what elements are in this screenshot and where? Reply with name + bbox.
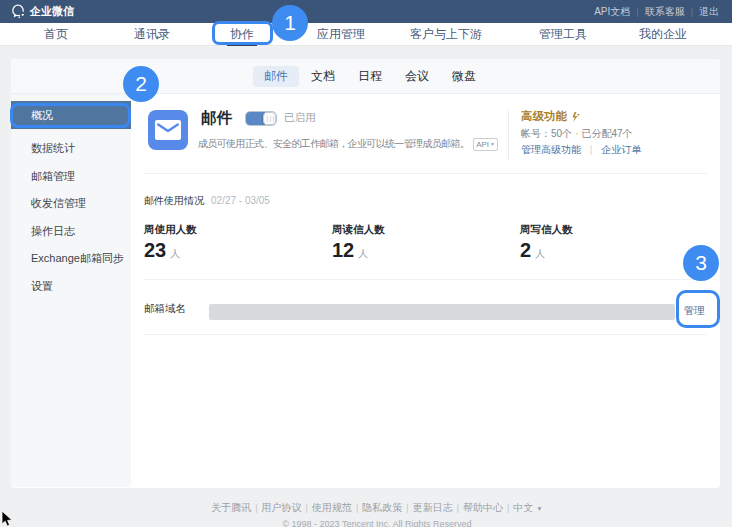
topbar: 企业微信 API文档 | 联系客服 | 退出 [0, 0, 732, 23]
link-separator: | [590, 144, 593, 155]
premium-stats: 帐号：50个·已分配47个 [521, 127, 708, 140]
tab-docs[interactable]: 文档 [300, 66, 346, 87]
tab-drive[interactable]: 微盘 [441, 66, 487, 87]
topbar-link-contact-support[interactable]: 联系客服 [645, 5, 685, 19]
page-footer: 关于腾讯|用户协议|使用规范|隐私政策|更新日志|帮助中心|中文▼ © 1998… [0, 501, 732, 527]
premium-links: 管理高级功能 | 企业订单 [521, 143, 708, 156]
divider [144, 334, 707, 335]
nav-item-admin-tools[interactable]: 管理工具 [539, 23, 587, 45]
nav-item-collaboration[interactable]: 协作 [230, 23, 254, 45]
stat-weekly-readers: 周读信人数 12人 [332, 223, 520, 262]
app-description-row: 成员可使用正式、安全的工作邮箱，企业可以统一管理成员邮箱。 API▼ [198, 137, 497, 151]
sidebar-item-statistics[interactable]: 数据统计 [11, 135, 131, 163]
stat-label: 周写信人数 [520, 223, 708, 237]
sidebar-item-mailbox-management[interactable]: 邮箱管理 [11, 163, 131, 191]
domain-label: 邮箱域名 [144, 303, 186, 313]
app-header: 邮件 已启用 成员可使用正式、安全的工作邮箱，企业可以统一管理成员邮箱。 API… [144, 110, 707, 166]
footer-copyright: © 1998 - 2023 Tencent Inc. All Rights Re… [22, 520, 732, 527]
premium-accounts: 帐号：50个 [521, 128, 572, 139]
sidebar-item-overview[interactable]: 概况 [11, 101, 131, 129]
footer-link-changelog[interactable]: 更新日志 [413, 502, 453, 513]
main-navbar: 首页 通讯录 协作 应用管理 客户与上下游 管理工具 我的企业 [0, 23, 732, 46]
footer-separator: | [507, 503, 509, 513]
app-title: 邮件 [201, 108, 232, 129]
stat-value: 2 [520, 239, 531, 262]
divider [144, 173, 707, 174]
company-orders-link[interactable]: 企业订单 [601, 144, 641, 155]
sparkle-icon [570, 111, 581, 123]
mail-app-icon [148, 110, 188, 150]
stat-value-row: 12人 [332, 239, 520, 262]
stat-unit: 人 [535, 247, 545, 261]
chevron-down-icon: ▼ [490, 138, 495, 151]
stat-label: 周读信人数 [332, 223, 520, 237]
panel-body: 概况 数据统计 邮箱管理 收发信管理 操作日志 Exchange邮箱同步 设置 … [11, 94, 720, 487]
sidebar-item-send-receive[interactable]: 收发信管理 [11, 190, 131, 218]
app-title-row: 邮件 已启用 [198, 110, 497, 126]
tab-meeting[interactable]: 会议 [394, 66, 440, 87]
main-panel: 邮件 文档 日程 会议 微盘 概况 数据统计 邮箱管理 收发信管理 操作日志 E… [11, 59, 720, 488]
stat-value: 12 [332, 239, 354, 262]
topbar-link-logout[interactable]: 退出 [699, 5, 719, 19]
footer-link-help[interactable]: 帮助中心 [463, 502, 503, 513]
app-info: 邮件 已启用 成员可使用正式、安全的工作邮箱，企业可以统一管理成员邮箱。 API… [198, 110, 497, 151]
status-label: 已启用 [284, 111, 316, 125]
toggle-knob [263, 112, 276, 125]
footer-link-privacy[interactable]: 隐私政策 [362, 502, 402, 513]
topbar-link-api-docs[interactable]: API文档 [594, 5, 630, 19]
nav-item-contacts[interactable]: 通讯录 [134, 23, 170, 45]
app-description: 成员可使用正式、安全的工作邮箱，企业可以统一管理成员邮箱。 [198, 137, 469, 151]
footer-link-rules[interactable]: 使用规范 [312, 502, 352, 513]
topbar-separator: | [636, 7, 638, 17]
sidebar-item-operation-log[interactable]: 操作日志 [11, 218, 131, 246]
usage-title: 邮件使用情况 [144, 194, 204, 208]
nav-item-my-company[interactable]: 我的企业 [639, 23, 687, 45]
footer-links: 关于腾讯|用户协议|使用规范|隐私政策|更新日志|帮助中心|中文▼ [22, 501, 732, 515]
sidebar-item-exchange-sync[interactable]: Exchange邮箱同步 [11, 245, 131, 273]
mouse-cursor [1, 511, 15, 527]
premium-assigned: 已分配47个 [581, 128, 632, 139]
premium-title-row: 高级功能 [521, 110, 708, 123]
envelope-icon [155, 120, 181, 140]
stat-unit: 人 [358, 247, 368, 261]
footer-link-terms[interactable]: 用户协议 [262, 502, 302, 513]
api-badge[interactable]: API▼ [473, 138, 498, 151]
stat-weekly-writers: 周写信人数 2人 [520, 223, 708, 262]
stat-value-row: 2人 [520, 239, 708, 262]
divider [144, 279, 707, 280]
nav-item-app-management[interactable]: 应用管理 [317, 23, 365, 45]
logo-text: 企业微信 [30, 4, 74, 19]
footer-language-selector[interactable]: 中文 [513, 502, 533, 513]
nav-item-home[interactable]: 首页 [44, 23, 68, 45]
usage-title-row: 邮件使用情况 02/27 - 03/05 [144, 194, 270, 208]
tab-mail[interactable]: 邮件 [253, 66, 299, 87]
footer-link-about[interactable]: 关于腾讯 [211, 502, 251, 513]
overview-content: 邮件 已启用 成员可使用正式、安全的工作邮箱，企业可以统一管理成员邮箱。 API… [131, 94, 720, 487]
premium-title: 高级功能 [521, 109, 567, 124]
stat-value-row: 23人 [144, 239, 332, 262]
footer-separator: | [406, 503, 408, 513]
manage-premium-link[interactable]: 管理高级功能 [521, 144, 581, 155]
caret-down-icon: ▼ [536, 505, 542, 512]
stat-label: 周使用人数 [144, 223, 332, 237]
enable-toggle[interactable] [245, 111, 277, 126]
stat-unit: 人 [170, 247, 180, 261]
sidebar-item-settings[interactable]: 设置 [11, 273, 131, 301]
stat-value: 23 [144, 239, 166, 262]
footer-separator: | [356, 503, 358, 513]
nav-item-customers[interactable]: 客户与上下游 [410, 23, 482, 45]
tab-calendar[interactable]: 日程 [347, 66, 393, 87]
wechat-work-logo: 企业微信 [11, 4, 74, 19]
footer-separator: | [457, 503, 459, 513]
usage-date-range: 02/27 - 03/05 [211, 195, 270, 206]
footer-separator: | [306, 503, 308, 513]
domain-row: 邮箱域名 管理 [144, 303, 707, 320]
footer-separator: | [255, 503, 257, 513]
domain-manage-link[interactable]: 管理 [681, 305, 707, 315]
usage-stats-row: 周使用人数 23人 周读信人数 12人 周写信人数 2人 [144, 223, 708, 262]
domain-redacted-bar [209, 304, 675, 320]
api-badge-label: API [476, 138, 489, 151]
dot-separator: · [575, 128, 578, 139]
mail-sidebar: 概况 数据统计 邮箱管理 收发信管理 操作日志 Exchange邮箱同步 设置 [11, 94, 131, 487]
topbar-separator: | [691, 7, 693, 17]
